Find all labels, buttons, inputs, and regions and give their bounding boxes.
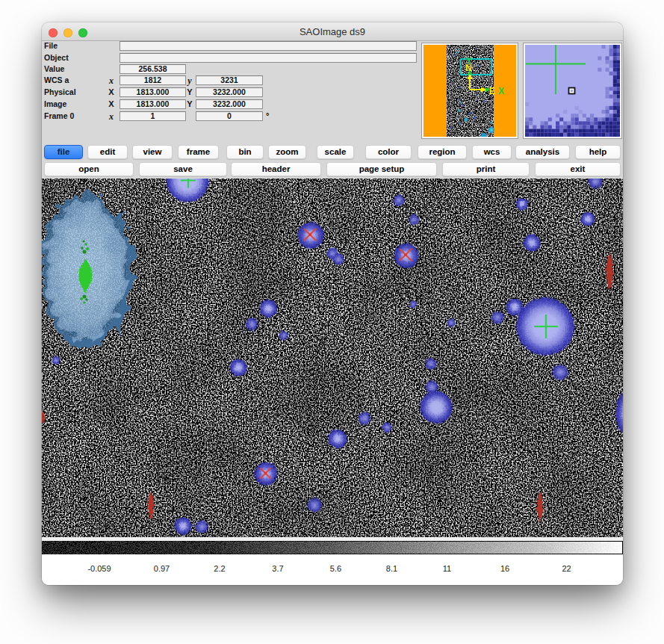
svg-text:X: X (498, 86, 504, 96)
svg-text:E: E (489, 86, 495, 96)
svg-text:N: N (465, 63, 472, 73)
